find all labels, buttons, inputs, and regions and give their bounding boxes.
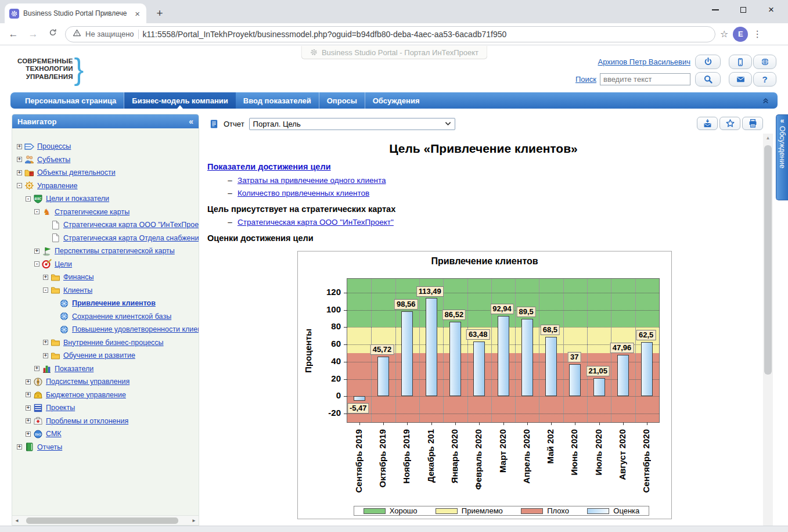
tree-link[interactable]: Привлечение клиентов xyxy=(72,299,156,307)
print-button[interactable] xyxy=(742,117,763,130)
bullet-link[interactable]: Стратегическая карта ООО "ИнТехПроект" xyxy=(238,218,394,227)
tree-link[interactable]: Клиенты xyxy=(63,286,92,294)
forward-button[interactable]: → xyxy=(26,28,41,40)
nav-tab[interactable]: Персональная страница xyxy=(17,92,124,109)
expand-icon[interactable]: + xyxy=(43,340,48,345)
collapse-icon[interactable]: - xyxy=(34,209,39,214)
nav-tab[interactable]: Опросы xyxy=(319,92,365,109)
expand-icon[interactable]: + xyxy=(17,144,22,149)
help-button[interactable]: ? xyxy=(753,72,776,87)
nav-tab[interactable]: Обсуждения xyxy=(365,92,427,109)
tree-link[interactable]: Объекты деятельности xyxy=(37,168,116,177)
maximize-button[interactable] xyxy=(739,6,747,14)
user-name-link[interactable]: Архипов Петр Васильевич xyxy=(598,57,690,66)
mail-button[interactable] xyxy=(729,72,752,87)
logo-line-2: ТЕХНОЛОГИИ xyxy=(17,65,73,73)
tree-link[interactable]: Финансы xyxy=(63,273,93,281)
section-link[interactable]: Показатели достижения цели xyxy=(207,162,331,171)
tree-link[interactable]: Управление xyxy=(37,182,78,190)
expand-icon[interactable]: + xyxy=(26,379,31,384)
scroll-up-icon[interactable]: ▲ xyxy=(763,134,773,142)
logout-button[interactable] xyxy=(695,55,721,69)
collapse-icon[interactable]: - xyxy=(26,196,31,202)
navigator-collapse-icon[interactable]: « xyxy=(189,118,193,124)
tree-link[interactable]: Сохранение клиентской базы xyxy=(72,312,171,321)
discussion-side-tab[interactable]: « Обсуждение xyxy=(776,114,788,200)
tree-link[interactable]: Бюджетное управление xyxy=(46,391,126,399)
security-badge[interactable]: Не защищено xyxy=(85,30,134,38)
favorite-button[interactable] xyxy=(719,117,740,130)
page-title: Цель «Привлечение клиентов» xyxy=(204,142,762,156)
value-label: 98,56 xyxy=(394,299,418,310)
nav-collapse-button[interactable] xyxy=(762,96,769,107)
search-link[interactable]: Поиск xyxy=(575,75,596,84)
content-vertical-scrollbar[interactable]: ▲ xyxy=(763,134,773,526)
expand-icon[interactable]: + xyxy=(17,157,22,162)
new-tab-button[interactable]: + xyxy=(152,6,167,21)
tree-link[interactable]: Проблемы и отклонения xyxy=(46,417,128,425)
tree-link[interactable]: Обучение и развитие xyxy=(63,351,135,360)
browser-tab[interactable]: Business Studio Portal Привлече × xyxy=(5,3,146,23)
tree-link[interactable]: Отчеты xyxy=(37,443,62,451)
collapse-icon[interactable]: - xyxy=(17,183,22,188)
menu-kebab-icon[interactable]: ⋮ xyxy=(753,28,762,39)
expand-icon[interactable]: + xyxy=(26,432,31,437)
profile-avatar[interactable]: E xyxy=(733,27,748,42)
expand-icon[interactable]: + xyxy=(17,444,22,450)
tree-link[interactable]: Цели и показатели xyxy=(46,195,109,203)
bookmark-star-icon[interactable]: ☆ xyxy=(720,28,728,39)
collapse-icon[interactable]: - xyxy=(43,287,48,293)
value-label: 89,5 xyxy=(516,307,535,317)
tree-link[interactable]: Процессы xyxy=(37,142,71,150)
security-warning-icon[interactable] xyxy=(73,28,81,39)
discussion-collapse-icon[interactable]: « xyxy=(780,118,785,124)
tab-close-icon[interactable]: × xyxy=(133,9,142,19)
tree-link[interactable]: Подсистемы управления xyxy=(46,378,129,386)
expand-icon[interactable]: + xyxy=(34,366,39,371)
tree-link[interactable]: СМК xyxy=(46,430,62,438)
tree-item: +Субъекты xyxy=(12,153,199,167)
globe-button[interactable] xyxy=(753,55,776,69)
expand-icon[interactable]: + xyxy=(26,392,31,397)
expand-icon[interactable]: + xyxy=(43,275,48,280)
expand-icon[interactable]: + xyxy=(43,353,48,358)
scroll-thumb[interactable] xyxy=(26,517,178,524)
sidebar-horizontal-scrollbar[interactable]: ◄ ► xyxy=(12,515,199,525)
scroll-right-icon[interactable]: ► xyxy=(189,518,199,523)
minimize-button[interactable] xyxy=(711,6,719,14)
tree-link[interactable]: Внутренние бизнес-процессы xyxy=(63,339,164,347)
mobile-button[interactable] xyxy=(729,55,752,69)
expand-icon[interactable]: + xyxy=(17,170,22,175)
search-input[interactable] xyxy=(600,73,690,85)
goal-icon xyxy=(59,299,69,308)
tree-link[interactable]: Перспективы стратегической карты xyxy=(55,247,175,255)
tree-link[interactable]: Стратегическая карта ООО "ИнТехПроект" xyxy=(63,221,199,229)
bullet-link[interactable]: Количество привлеченных клиентов xyxy=(238,189,369,197)
export-button[interactable] xyxy=(697,117,718,130)
scroll-left-icon[interactable]: ◄ xyxy=(12,518,21,523)
tree-link[interactable]: Субъекты xyxy=(37,156,70,164)
tree-link[interactable]: Показатели xyxy=(55,365,93,373)
tree-link[interactable]: Проекты xyxy=(46,404,75,412)
bullet-link[interactable]: Затраты на привлечение одного клиента xyxy=(238,176,386,185)
url-text[interactable]: k11:5558/Portal_InTekhProyekt/businessmo… xyxy=(143,30,708,39)
expand-icon[interactable]: + xyxy=(34,249,39,254)
expand-icon[interactable]: + xyxy=(26,405,31,411)
back-button[interactable]: ← xyxy=(6,28,21,40)
tree-link[interactable]: Стратегическая карта Отдела снабжения xyxy=(63,234,199,242)
nav-tab[interactable]: Ввод показателей xyxy=(236,92,319,109)
scroll-thumb[interactable] xyxy=(764,145,772,375)
tree-link[interactable]: Цели xyxy=(55,260,72,268)
url-field[interactable]: Не защищено k11:5558/Portal_InTekhProyek… xyxy=(65,26,715,42)
report-select[interactable]: Портал. Цель xyxy=(249,118,455,130)
tree-link[interactable]: Стратегические карты xyxy=(55,208,129,216)
tree-link[interactable]: Повышение удовлетворенности клиентов xyxy=(72,325,199,333)
collapse-icon[interactable]: - xyxy=(34,261,39,267)
nav-tab[interactable]: Бизнес-модель компании xyxy=(124,92,235,109)
gear-icon xyxy=(310,48,318,56)
window-close-button[interactable]: × xyxy=(767,6,775,14)
reload-button[interactable] xyxy=(45,28,60,40)
expand-icon[interactable]: + xyxy=(26,418,31,423)
search-button[interactable] xyxy=(695,72,721,87)
x-tick-label: Сентябрь 2019 xyxy=(354,429,364,493)
